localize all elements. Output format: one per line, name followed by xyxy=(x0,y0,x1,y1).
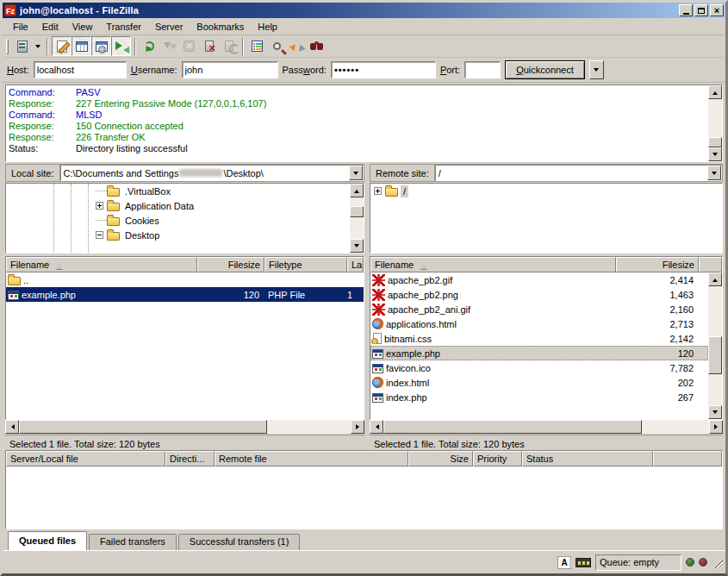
file-row[interactable]: bitnami.css2,142 xyxy=(370,331,708,346)
disconnect-button[interactable] xyxy=(199,36,219,56)
site-manager-dropdown[interactable] xyxy=(32,36,43,56)
remote-site-combo[interactable]: / xyxy=(435,165,722,181)
scroll-up-button[interactable] xyxy=(708,85,722,99)
toggle-message-log-button[interactable] xyxy=(52,36,72,56)
directory-comparison-button[interactable] xyxy=(267,36,287,56)
scroll-thumb[interactable] xyxy=(708,137,722,147)
column-priority[interactable]: Priority xyxy=(473,451,522,466)
column-server-local-file[interactable]: Server/Local file xyxy=(6,451,165,466)
directory-listing-filters-button[interactable] xyxy=(247,36,267,56)
file-row[interactable]: apache_pb2.png1,463 xyxy=(370,287,708,302)
tree-item-application-data[interactable]: Application Data xyxy=(6,198,350,213)
arrow-left-icon xyxy=(373,424,379,429)
scroll-thumb[interactable] xyxy=(19,420,267,434)
scroll-down-button[interactable] xyxy=(708,405,722,419)
expand-icon[interactable] xyxy=(96,202,103,210)
speed-limit-icon[interactable] xyxy=(576,558,591,567)
chevron-down-icon xyxy=(594,68,599,74)
quickconnect-button[interactable]: Quickconnect xyxy=(505,60,585,79)
log-scrollbar[interactable] xyxy=(708,85,722,161)
site-manager-button[interactable] xyxy=(12,36,32,56)
synchronized-browsing-button[interactable] xyxy=(287,36,307,56)
column-filename[interactable]: Filename xyxy=(370,257,616,272)
remote-site-dropdown[interactable] xyxy=(707,166,721,180)
menu-file[interactable]: File xyxy=(6,19,35,34)
menu-help[interactable]: Help xyxy=(251,19,284,34)
tab-queued-files[interactable]: Queued files xyxy=(8,531,87,550)
close-button[interactable]: × xyxy=(710,4,724,16)
log-line: Status:Directory listing successful xyxy=(9,143,705,154)
column-size[interactable]: Size xyxy=(408,451,473,466)
remote-list-hscrollbar[interactable] xyxy=(370,420,723,434)
column-last-modified[interactable]: Last modified xyxy=(347,257,364,272)
scroll-right-button[interactable] xyxy=(709,420,723,434)
column-remote-file[interactable]: Remote file xyxy=(215,451,408,466)
remote-list-scrollbar[interactable] xyxy=(708,272,722,419)
column-filesize[interactable]: Filesize xyxy=(616,257,699,272)
tree-item-cookies[interactable]: Cookies xyxy=(6,213,350,228)
find-files-button[interactable] xyxy=(307,36,327,56)
arrow-down-icon xyxy=(712,410,718,416)
file-row-parent-dir[interactable]: .. xyxy=(6,272,364,287)
tab-successful-transfers[interactable]: Successful transfers (1) xyxy=(178,534,301,550)
toggle-remote-tree-button[interactable] xyxy=(91,36,111,56)
tree-item-root[interactable]: / xyxy=(370,184,722,198)
column-direction[interactable]: Directi... xyxy=(165,451,215,466)
column-filesize[interactable]: Filesize xyxy=(197,257,264,272)
toggle-queue-button[interactable] xyxy=(111,36,131,56)
menu-view[interactable]: View xyxy=(65,19,100,34)
file-row[interactable]: index.html202 xyxy=(370,375,708,390)
file-row[interactable]: applications.html2,713 xyxy=(370,316,708,331)
datatype-ascii-icon[interactable]: A xyxy=(557,556,571,569)
collapse-icon[interactable] xyxy=(96,231,103,239)
column-filetype[interactable]: Filetype xyxy=(264,257,347,272)
file-row[interactable]: index.php267 xyxy=(370,390,708,404)
local-site-dropdown[interactable] xyxy=(349,166,363,180)
maximize-button[interactable] xyxy=(694,4,708,16)
scroll-right-button[interactable] xyxy=(351,420,364,434)
file-row[interactable]: apache_pb2.gif2,414 xyxy=(370,272,708,287)
toggle-local-tree-button[interactable] xyxy=(72,36,91,56)
tree-item-virtualbox[interactable]: .VirtualBox xyxy=(6,184,350,198)
refresh-button[interactable] xyxy=(140,36,159,56)
local-tree-scrollbar[interactable] xyxy=(350,184,364,253)
scroll-left-button[interactable] xyxy=(5,420,19,434)
file-row[interactable]: apache_pb2_ani.gif2,160 xyxy=(370,302,708,316)
menu-server[interactable]: Server xyxy=(148,19,190,34)
tab-failed-transfers[interactable]: Failed transfers xyxy=(89,534,177,550)
toolbar-grip[interactable] xyxy=(6,39,9,54)
scroll-up-button[interactable] xyxy=(350,184,364,197)
column-status[interactable]: Status xyxy=(522,451,653,466)
menu-edit[interactable]: Edit xyxy=(35,19,65,34)
scroll-thumb[interactable] xyxy=(708,336,722,374)
username-input[interactable] xyxy=(182,61,278,78)
local-site-combo[interactable]: C:\Documents and Settings\Desktop\ xyxy=(60,165,364,181)
minimize-button[interactable] xyxy=(679,4,693,16)
scroll-thumb[interactable] xyxy=(383,420,642,434)
scroll-thumb[interactable] xyxy=(350,206,364,217)
chevron-down-icon xyxy=(712,172,717,178)
arrow-down-icon xyxy=(712,153,718,159)
menu-transfer[interactable]: Transfer xyxy=(99,19,148,34)
file-row-example-php[interactable]: example.php120 xyxy=(370,346,708,360)
scroll-left-button[interactable] xyxy=(370,420,383,434)
expand-icon[interactable] xyxy=(374,187,382,195)
tree-item-desktop[interactable]: Desktop xyxy=(6,228,350,242)
quickconnect-dropdown[interactable] xyxy=(589,60,604,79)
scroll-down-button[interactable] xyxy=(708,147,722,161)
port-input[interactable] xyxy=(464,61,501,78)
password-input[interactable] xyxy=(331,61,436,78)
menu-bookmarks[interactable]: Bookmarks xyxy=(190,19,251,34)
message-log: Command:PASV Response:227 Entering Passi… xyxy=(5,85,723,162)
column-filename[interactable]: Filename xyxy=(6,257,197,272)
arrow-up-icon xyxy=(354,187,359,193)
file-row-example-php[interactable]: example.php 120 PHP File 1 xyxy=(6,287,364,302)
host-input[interactable] xyxy=(34,61,127,78)
file-row[interactable]: favicon.ico7,782 xyxy=(370,360,708,375)
local-list-hscrollbar[interactable] xyxy=(5,420,364,434)
scroll-down-button[interactable] xyxy=(350,239,364,253)
html-file-icon xyxy=(372,377,383,388)
scroll-up-button[interactable] xyxy=(708,272,722,286)
resize-grip[interactable] xyxy=(712,557,723,568)
sort-ascending-icon xyxy=(56,260,63,269)
